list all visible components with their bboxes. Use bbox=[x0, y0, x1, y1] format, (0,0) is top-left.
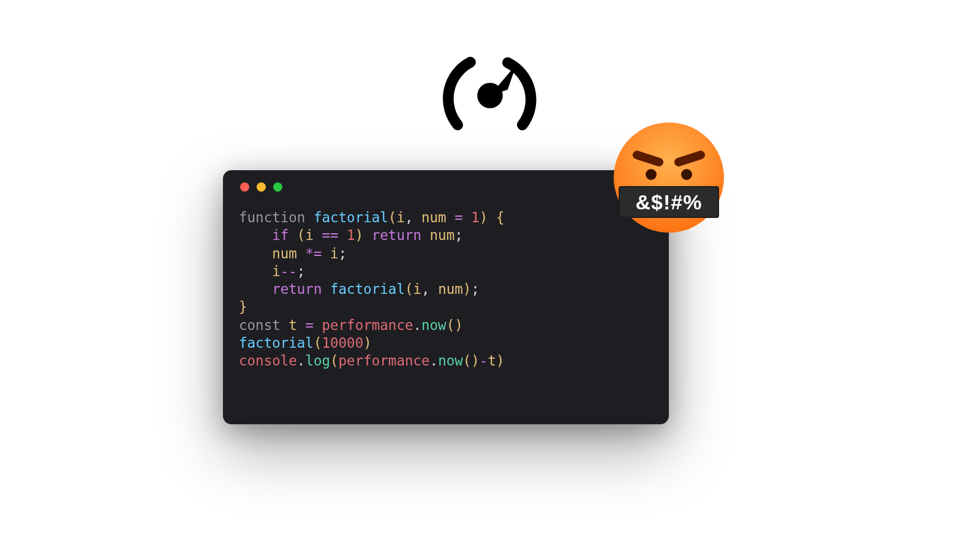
keyword-const: const bbox=[239, 317, 281, 333]
function-name: factorial bbox=[239, 335, 314, 351]
paren-close: ) bbox=[454, 317, 463, 333]
semicolon: ; bbox=[454, 227, 463, 243]
number-1: 1 bbox=[347, 227, 355, 243]
emoji-eye-left bbox=[646, 169, 657, 180]
number-1: 1 bbox=[471, 209, 480, 225]
paren-open: ( bbox=[330, 353, 339, 369]
angry-swearing-emoji-icon: &$!#% bbox=[614, 122, 724, 233]
operator-decrement: -- bbox=[281, 263, 297, 279]
paren-open: ( bbox=[405, 281, 413, 297]
paren-close: ) bbox=[355, 227, 364, 243]
semicolon: ; bbox=[339, 246, 347, 261]
semicolon: ; bbox=[471, 281, 480, 297]
var-i: i bbox=[330, 246, 339, 261]
code-block: function factorial(i, num = 1) { if (i =… bbox=[239, 209, 653, 370]
dot: . bbox=[297, 353, 306, 369]
function-name: factorial bbox=[314, 209, 388, 225]
emoji-mouth-text: &$!#% bbox=[619, 186, 719, 218]
object-console: console bbox=[239, 353, 297, 369]
keyword-return: return bbox=[372, 227, 421, 243]
keyword-function: function bbox=[239, 209, 305, 225]
svg-point-0 bbox=[477, 83, 503, 108]
brace-close: } bbox=[239, 299, 247, 315]
number-10000: 10000 bbox=[322, 335, 363, 351]
close-icon[interactable] bbox=[240, 182, 249, 192]
var-num: num bbox=[438, 281, 463, 297]
param-i: i bbox=[396, 209, 405, 225]
operator-muleq: *= bbox=[305, 246, 322, 261]
operator-minus: - bbox=[480, 353, 488, 369]
comma: , bbox=[405, 209, 413, 225]
emoji-eye-right bbox=[681, 169, 692, 180]
operator-assign: = bbox=[454, 209, 463, 225]
keyword-if: if bbox=[272, 227, 288, 243]
paren-close: ) bbox=[471, 353, 480, 369]
operator-eq: == bbox=[322, 227, 338, 243]
object-performance: performance bbox=[322, 317, 413, 333]
paren-open: ( bbox=[388, 209, 397, 225]
var-num: num bbox=[430, 227, 455, 243]
var-t: t bbox=[488, 353, 496, 369]
var-i: i bbox=[305, 227, 314, 243]
paren-close: ) bbox=[363, 335, 372, 351]
paren-close: ) bbox=[463, 281, 472, 297]
var-i: i bbox=[272, 263, 281, 279]
method-now: now bbox=[438, 353, 463, 369]
method-now: now bbox=[421, 317, 447, 333]
param-num: num bbox=[421, 209, 447, 225]
paren-open: ( bbox=[447, 317, 455, 333]
minimize-icon[interactable] bbox=[257, 182, 266, 192]
code-window: function factorial(i, num = 1) { if (i =… bbox=[223, 170, 669, 424]
keyword-return: return bbox=[272, 281, 322, 297]
paren-open: ( bbox=[297, 227, 306, 243]
window-traffic-lights bbox=[240, 182, 653, 192]
operator-assign: = bbox=[305, 317, 314, 333]
method-log: log bbox=[305, 353, 330, 369]
function-name: factorial bbox=[330, 281, 405, 297]
var-i: i bbox=[413, 281, 421, 297]
var-t: t bbox=[288, 317, 297, 333]
comma: , bbox=[421, 281, 430, 297]
var-num: num bbox=[272, 246, 297, 261]
paren-open: ( bbox=[463, 353, 472, 369]
semicolon: ; bbox=[297, 263, 306, 279]
zoom-icon[interactable] bbox=[273, 182, 282, 192]
paren-close: ) bbox=[496, 353, 505, 369]
dot: . bbox=[430, 353, 439, 369]
paren-open: ( bbox=[314, 335, 322, 351]
brace-open: { bbox=[496, 209, 505, 225]
dot: . bbox=[413, 317, 421, 333]
paren-close: ) bbox=[480, 209, 488, 225]
object-performance: performance bbox=[339, 353, 430, 369]
speedometer-icon bbox=[441, 47, 539, 144]
